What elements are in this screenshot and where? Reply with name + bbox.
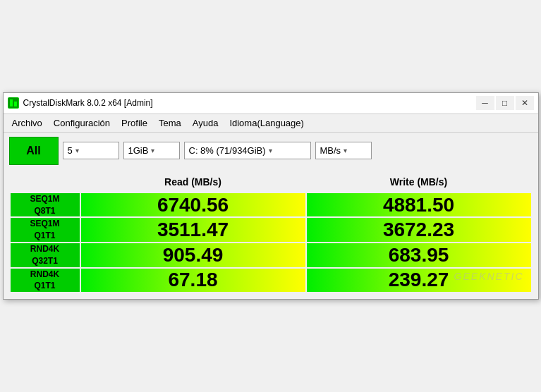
menu-ayuda[interactable]: Ayuda [187, 116, 224, 130]
main-content: Read (MB/s) Write (MB/s) SEQ1MQ8T16740.5… [4, 169, 538, 299]
row-write-2: 683.95 [306, 243, 532, 268]
runs-arrow: ▾ [75, 147, 79, 154]
window-controls: ─ □ ✕ [476, 96, 534, 110]
menu-profile[interactable]: Profile [116, 116, 153, 130]
menu-idioma[interactable]: Idioma(Language) [224, 116, 310, 130]
menu-bar: Archivo Configuración Profile Tema Ayuda… [4, 114, 538, 133]
menu-archivo[interactable]: Archivo [6, 116, 48, 130]
row-label-3: RND4KQ1T1 [10, 268, 80, 293]
col-label-header [10, 172, 80, 192]
row-label-2: RND4KQ32T1 [10, 243, 80, 268]
app-window: CrystalDiskMark 8.0.2 x64 [Admin] ─ □ ✕ … [3, 92, 539, 300]
row-write-1: 3672.23 [306, 217, 532, 243]
unit-value: MB/s [320, 145, 341, 156]
size-dropdown[interactable]: 1GiB ▾ [123, 142, 180, 159]
row-read-0: 6740.56 [80, 192, 306, 218]
row-write-0: 4881.50 [306, 192, 532, 218]
toolbar: All 5 ▾ 1GiB ▾ C: 8% (71/934GiB) ▾ MB/s … [4, 133, 538, 169]
runs-value: 5 [68, 145, 73, 156]
row-read-3: 67.18 [80, 268, 306, 293]
row-read-2: 905.49 [80, 243, 306, 268]
col-write-header: Write (MB/s) [306, 172, 532, 192]
runs-dropdown[interactable]: 5 ▾ [63, 142, 119, 159]
title-bar: CrystalDiskMark 8.0.2 x64 [Admin] ─ □ ✕ [4, 93, 538, 114]
svg-rect-2 [14, 102, 17, 106]
close-button[interactable]: ✕ [516, 96, 534, 110]
app-icon [8, 97, 19, 109]
drive-dropdown[interactable]: C: 8% (71/934GiB) ▾ [184, 142, 311, 159]
size-value: 1GiB [128, 145, 149, 156]
row-read-1: 3511.47 [80, 217, 306, 243]
unit-dropdown[interactable]: MB/s ▾ [315, 142, 372, 159]
maximize-button[interactable]: □ [496, 96, 514, 110]
results-table: Read (MB/s) Write (MB/s) SEQ1MQ8T16740.5… [9, 172, 533, 293]
menu-tema[interactable]: Tema [153, 116, 187, 130]
minimize-button[interactable]: ─ [476, 96, 494, 110]
unit-arrow: ▾ [344, 147, 347, 154]
menu-configuracion[interactable]: Configuración [48, 116, 116, 130]
row-label-0: SEQ1MQ8T1 [10, 192, 80, 218]
row-label-1: SEQ1MQ1T1 [10, 217, 80, 243]
row-write-3: 239.27 [306, 268, 532, 293]
drive-arrow: ▾ [269, 147, 272, 154]
all-button[interactable]: All [9, 137, 59, 165]
col-read-header: Read (MB/s) [80, 172, 306, 192]
svg-rect-1 [10, 99, 13, 106]
drive-value: C: 8% (71/934GiB) [189, 145, 266, 156]
size-arrow: ▾ [151, 147, 154, 154]
window-title: CrystalDiskMark 8.0.2 x64 [Admin] [23, 98, 153, 108]
title-bar-left: CrystalDiskMark 8.0.2 x64 [Admin] [8, 97, 153, 109]
